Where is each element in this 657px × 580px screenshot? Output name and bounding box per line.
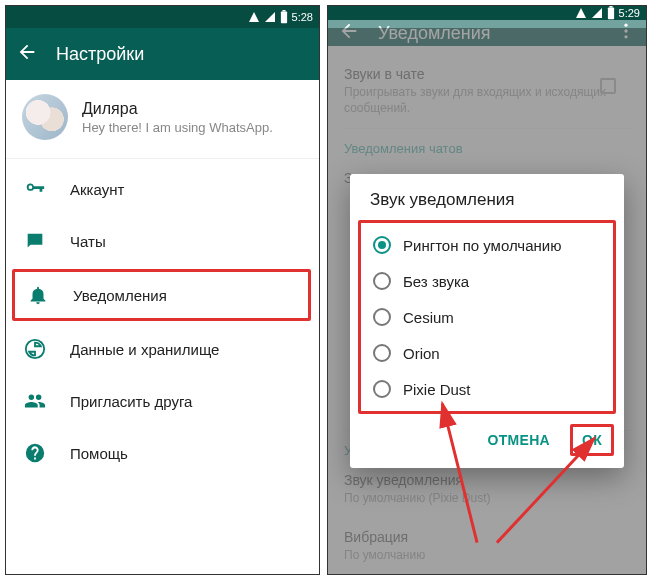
sound-dialog: Звук уведомления Рингтон по умолчанию Бе… xyxy=(350,174,624,468)
radio-icon xyxy=(373,308,391,326)
option-label: Pixie Dust xyxy=(403,381,471,398)
option-silent[interactable]: Без звука xyxy=(363,263,611,299)
signal-icon xyxy=(248,11,260,23)
menu-label: Данные и хранилище xyxy=(70,341,219,358)
svg-point-4 xyxy=(624,24,627,27)
key-icon xyxy=(24,178,46,200)
radio-icon xyxy=(373,344,391,362)
ok-button[interactable]: ОК xyxy=(570,424,614,456)
menu-label: Помощь xyxy=(70,445,128,462)
radio-icon xyxy=(373,236,391,254)
phone-notifications: 5:29 Уведомления Звуки в чате Проигрыват… xyxy=(327,5,647,575)
radio-icon xyxy=(373,272,391,290)
menu-item-data[interactable]: Данные и хранилище xyxy=(6,323,319,375)
menu-label: Чаты xyxy=(70,233,106,250)
cell-icon xyxy=(264,11,276,23)
bell-icon xyxy=(27,284,49,306)
menu-item-help[interactable]: Помощь xyxy=(6,427,319,479)
status-time: 5:28 xyxy=(292,11,313,23)
profile-name: Диляра xyxy=(82,100,273,118)
statusbar: 5:28 xyxy=(6,6,319,28)
menu-item-account[interactable]: Аккаунт xyxy=(6,163,319,215)
options-highlight: Рингтон по умолчанию Без звука Cesium Or… xyxy=(358,220,616,414)
page-title: Настройки xyxy=(56,44,144,65)
phone-settings: 5:28 Настройки Диляра Hey there! I am us… xyxy=(5,5,320,575)
dialog-title: Звук уведомления xyxy=(356,190,618,220)
chat-icon xyxy=(24,230,46,252)
svg-rect-2 xyxy=(607,8,613,20)
back-icon[interactable] xyxy=(16,41,38,67)
appbar: Настройки xyxy=(6,28,319,80)
svg-rect-0 xyxy=(280,12,286,24)
profile-status: Hey there! I am using WhatsApp. xyxy=(82,120,273,135)
battery-icon xyxy=(607,6,615,20)
signal-icon xyxy=(575,7,587,19)
menu-item-invite[interactable]: Пригласить друга xyxy=(6,375,319,427)
menu-label: Пригласить друга xyxy=(70,393,192,410)
statusbar: 5:29 xyxy=(328,6,646,20)
option-default[interactable]: Рингтон по умолчанию xyxy=(363,227,611,263)
menu-label: Уведомления xyxy=(73,287,167,304)
help-icon xyxy=(24,442,46,464)
settings-menu: Аккаунт Чаты Уведомления Данные и хранил… xyxy=(6,159,319,479)
option-label: Без звука xyxy=(403,273,469,290)
data-icon xyxy=(24,338,46,360)
menu-label: Аккаунт xyxy=(70,181,124,198)
radio-icon xyxy=(373,380,391,398)
option-orion[interactable]: Orion xyxy=(363,335,611,371)
option-label: Orion xyxy=(403,345,440,362)
battery-icon xyxy=(280,10,288,24)
option-cesium[interactable]: Cesium xyxy=(363,299,611,335)
menu-item-notifications[interactable]: Уведомления xyxy=(12,269,311,321)
avatar xyxy=(22,94,68,140)
cell-icon xyxy=(591,7,603,19)
cancel-button[interactable]: ОТМЕНА xyxy=(475,424,561,456)
group-icon xyxy=(24,390,46,412)
option-pixie[interactable]: Pixie Dust xyxy=(363,371,611,407)
option-label: Cesium xyxy=(403,309,454,326)
svg-rect-1 xyxy=(282,10,285,12)
svg-rect-3 xyxy=(609,6,612,8)
profile-row[interactable]: Диляра Hey there! I am using WhatsApp. xyxy=(6,80,319,158)
dialog-actions: ОТМЕНА ОК xyxy=(356,414,618,462)
option-label: Рингтон по умолчанию xyxy=(403,237,561,254)
status-time: 5:29 xyxy=(619,7,640,19)
menu-item-chats[interactable]: Чаты xyxy=(6,215,319,267)
